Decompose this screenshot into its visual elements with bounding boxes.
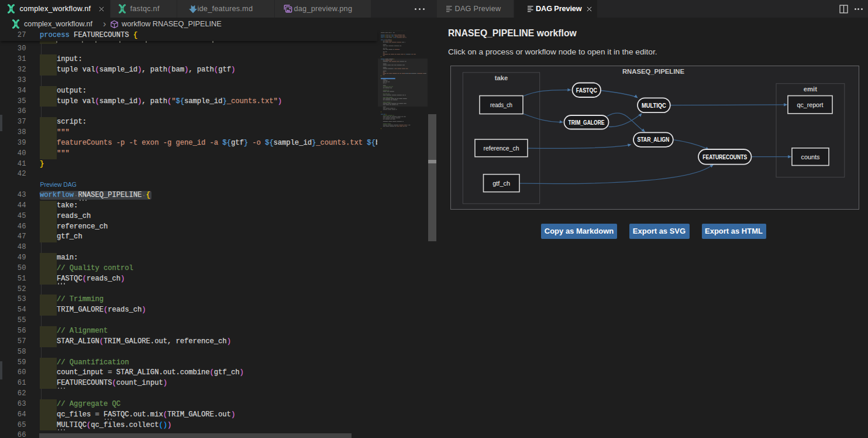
svg-text:take: take (495, 74, 508, 81)
svg-text:qc_report: qc_report (797, 101, 824, 108)
svg-text:emit: emit (804, 85, 817, 93)
svg-text:counts: counts (801, 153, 820, 160)
svg-text:reads_ch: reads_ch (490, 101, 512, 108)
svg-text:RNASEQ_PIPELINE: RNASEQ_PIPELINE (622, 68, 685, 75)
svg-text:reference_ch: reference_ch (484, 145, 519, 152)
svg-text:gtf_ch: gtf_ch (492, 180, 510, 187)
svg-text:FEATURECOUNTS: FEATURECOUNTS (702, 153, 747, 160)
svg-text:STAR_ALIGN: STAR_ALIGN (637, 136, 669, 143)
svg-text:TRIM_GALORE: TRIM_GALORE (569, 119, 605, 126)
svg-text:FASTQC: FASTQC (576, 87, 597, 94)
svg-text:MULTIQC: MULTIQC (642, 102, 666, 109)
